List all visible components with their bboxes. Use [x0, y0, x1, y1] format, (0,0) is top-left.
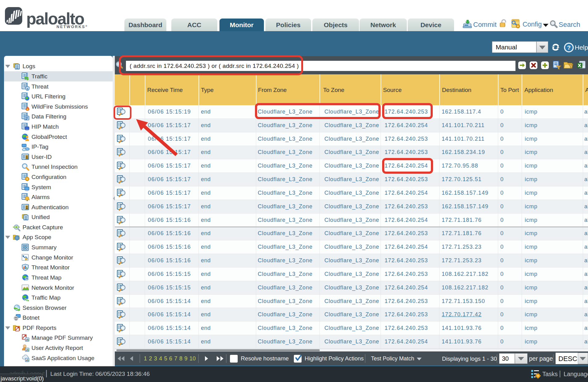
svg-text:x: x: [27, 87, 28, 90]
svg-text:?: ?: [567, 44, 571, 51]
svg-text:x: x: [26, 278, 27, 281]
